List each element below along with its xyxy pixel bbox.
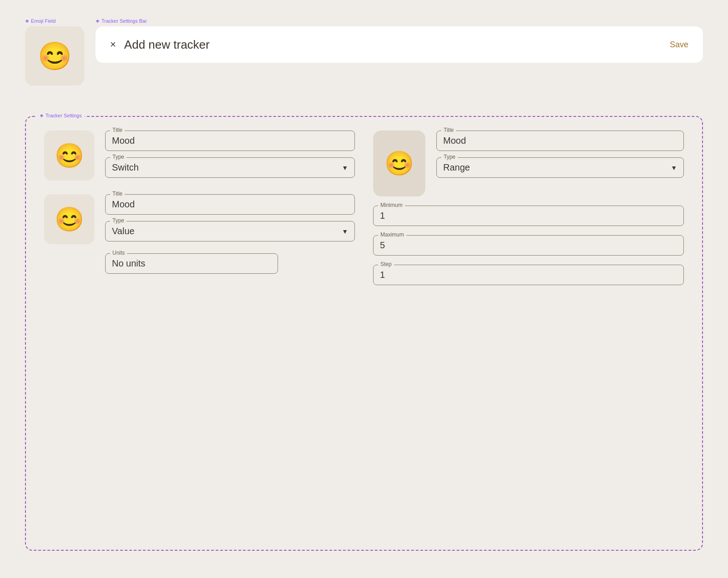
- card3-type-field[interactable]: Type Range ▼: [436, 157, 684, 178]
- card3-step-field[interactable]: Step 1: [373, 265, 684, 285]
- tracker-card-2: 😊 Title Mood Type Value ▼: [44, 194, 355, 244]
- card3-emoji[interactable]: 😊: [373, 131, 425, 196]
- card2-units-field[interactable]: Units No units: [105, 253, 278, 274]
- card3-step-value: 1: [380, 269, 677, 280]
- close-button[interactable]: ×: [110, 40, 116, 50]
- emoji-field-label: Emoji Field: [25, 18, 84, 24]
- card3-maximum-value: 5: [380, 239, 677, 251]
- card2-title-value: Mood: [112, 198, 348, 210]
- tracker-bar-title: Add new tracker: [124, 38, 210, 52]
- card2-units-value: No units: [112, 257, 271, 269]
- card1-fields: Title Mood Type Switch ▼: [105, 131, 355, 178]
- card1-title-value: Mood: [112, 135, 348, 146]
- card3-minimum-value: 1: [380, 210, 677, 221]
- emoji-field-emoji: 😊: [38, 40, 72, 72]
- card2-emoji[interactable]: 😊: [44, 194, 94, 244]
- emoji-field-box[interactable]: 😊: [25, 26, 84, 85]
- card2-type-label: Type: [110, 217, 126, 224]
- tracker-settings-label: Tracker Settings: [37, 113, 85, 118]
- card1-type-label: Type: [110, 154, 126, 160]
- card2-title-field[interactable]: Title Mood: [105, 194, 355, 215]
- card3-title-field[interactable]: Title Mood: [436, 131, 684, 151]
- card3-maximum-label: Maximum: [378, 231, 406, 238]
- tracker-settings-section: Tracker Settings 😊 Title Mood Type: [25, 116, 703, 551]
- card3-type-label: Type: [441, 154, 458, 160]
- card3-title-value: Mood: [443, 135, 677, 146]
- settings-right: 😊 Title Mood Type Range ▼: [373, 131, 684, 532]
- diamond-icon-settings: [40, 113, 44, 118]
- card2-type-select[interactable]: Value ▼: [112, 225, 348, 236]
- card1-type-field[interactable]: Type Switch ▼: [105, 157, 355, 178]
- card3-title-label: Title: [441, 127, 456, 133]
- diamond-icon-bar: [96, 18, 100, 24]
- settings-inner: 😊 Title Mood Type Switch ▼: [44, 131, 684, 532]
- card1-type-select[interactable]: Switch ▼: [112, 161, 348, 173]
- card3-maximum-field[interactable]: Maximum 5: [373, 235, 684, 256]
- tracker-bar-left: × Add new tracker: [110, 38, 210, 52]
- save-button[interactable]: Save: [670, 40, 688, 50]
- card3-type-arrow: ▼: [671, 164, 677, 171]
- tracker-bar-label: Tracker Settings Bar: [96, 18, 703, 24]
- card1-emoji[interactable]: 😊: [44, 131, 94, 181]
- settings-left: 😊 Title Mood Type Switch ▼: [44, 131, 355, 532]
- tracker-bar-section: Tracker Settings Bar × Add new tracker S…: [96, 18, 703, 63]
- tracker-bar: × Add new tracker Save: [96, 26, 703, 63]
- card1-title-label: Title: [110, 127, 125, 133]
- card3-minimum-field[interactable]: Minimum 1: [373, 206, 684, 226]
- diamond-icon: [25, 18, 29, 24]
- card1-title-field[interactable]: Title Mood: [105, 131, 355, 151]
- emoji-field-section: Emoji Field 😊: [25, 18, 84, 85]
- card1-type-arrow: ▼: [342, 164, 348, 171]
- tracker-card-1: 😊 Title Mood Type Switch ▼: [44, 131, 355, 181]
- card2-fields: Title Mood Type Value ▼: [105, 194, 355, 241]
- card2-title-label: Title: [110, 191, 125, 197]
- card3-step-label: Step: [378, 261, 394, 267]
- card2-units-label: Units: [110, 250, 127, 256]
- card3-fields: Title Mood Type Range ▼: [436, 131, 684, 178]
- card3-type-select[interactable]: Range ▼: [443, 161, 677, 173]
- card2-type-arrow: ▼: [342, 228, 348, 235]
- card2-type-field[interactable]: Type Value ▼: [105, 221, 355, 241]
- tracker-card-3: 😊 Title Mood Type Range ▼: [373, 131, 684, 196]
- card3-minimum-label: Minimum: [378, 202, 405, 208]
